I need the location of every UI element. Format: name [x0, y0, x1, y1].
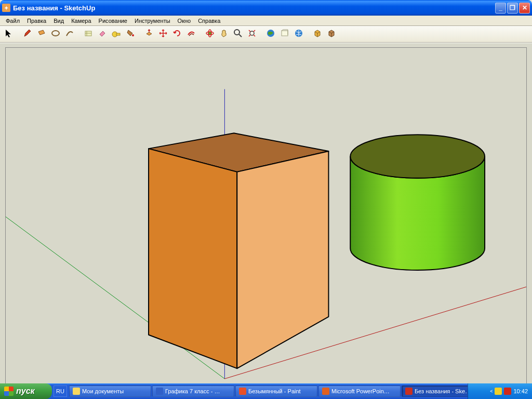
svg-rect-12	[282, 31, 288, 36]
svg-point-17	[350, 135, 485, 178]
tray-network-icon[interactable]	[495, 388, 502, 395]
select-tool[interactable]	[2, 28, 16, 41]
menubar: ФайлПравкаВидКамераРисованиеИнструментыО…	[0, 16, 532, 26]
rotate-icon	[172, 29, 182, 40]
task-powerpoint[interactable]: Microsoft PowerPoin…	[318, 385, 401, 397]
start-label: пуск	[16, 387, 35, 396]
models-icon	[280, 29, 289, 40]
pushpull-icon	[144, 29, 154, 40]
tape-icon	[112, 29, 121, 40]
paint-icon	[126, 29, 135, 40]
pencil-icon	[23, 29, 32, 40]
system-tray[interactable]: < 10:42	[468, 383, 532, 399]
tape-measure-tool[interactable]	[110, 28, 123, 41]
window-title: Без названия - SketchUp	[13, 4, 495, 12]
close-button[interactable]: ✕	[519, 3, 530, 14]
toolbar	[0, 26, 532, 43]
3d-scene	[6, 48, 526, 386]
paint-bucket-tool[interactable]	[124, 28, 137, 41]
menu-правка[interactable]: Правка	[23, 17, 50, 25]
push-pull-tool[interactable]	[142, 28, 156, 41]
offset-icon	[187, 29, 196, 40]
svg-point-8	[234, 30, 240, 35]
cursor-icon	[4, 29, 14, 40]
menu-камера[interactable]: Камера	[68, 17, 95, 25]
matbox-icon	[327, 29, 336, 40]
compbox-icon	[313, 29, 322, 40]
component-icon	[84, 29, 93, 40]
circle-tool[interactable]	[49, 28, 62, 41]
orbit-icon	[205, 29, 215, 40]
menu-вид[interactable]: Вид	[50, 17, 68, 25]
line-tool[interactable]	[21, 28, 34, 41]
make-component-tool[interactable]	[82, 28, 95, 41]
task-app-icon	[156, 388, 163, 395]
rotate-tool[interactable]	[170, 28, 184, 41]
task-app-icon	[239, 388, 246, 395]
zoom-icon	[233, 29, 243, 40]
task-label: Microsoft PowerPoin…	[331, 388, 390, 394]
task-paint[interactable]: Безымянный - Paint	[235, 385, 317, 397]
rect-icon	[37, 29, 46, 40]
zoom-tool[interactable]	[231, 28, 245, 41]
svg-line-9	[239, 34, 242, 37]
menu-окно[interactable]: Окно	[174, 17, 195, 25]
svg-marker-15	[149, 149, 237, 368]
zoomext-icon	[247, 29, 257, 40]
menu-файл[interactable]: Файл	[2, 17, 23, 25]
move-icon	[158, 29, 168, 40]
task-word[interactable]: Графика 7 класс - …	[152, 385, 234, 397]
task-app-icon	[405, 388, 413, 395]
menu-рисование[interactable]: Рисование	[95, 17, 131, 25]
pan-tool[interactable]	[217, 28, 231, 41]
zoom-extents-tool[interactable]	[245, 28, 259, 41]
share-icon	[294, 29, 303, 40]
task-documents[interactable]: Мои документы	[69, 385, 151, 397]
language-indicator[interactable]: RU	[54, 385, 67, 397]
task-label: Без названия - Ske…	[415, 388, 468, 394]
component-browser-tool[interactable]	[311, 28, 324, 41]
svg-point-5	[208, 32, 211, 35]
circle-icon	[51, 29, 60, 40]
offset-tool[interactable]	[184, 28, 198, 41]
task-app-icon	[322, 388, 329, 395]
arc-icon	[65, 29, 74, 40]
get-models-tool[interactable]	[278, 28, 291, 41]
clock[interactable]: 10:42	[513, 388, 528, 394]
task-label: Безымянный - Paint	[248, 388, 301, 394]
svg-marker-16	[237, 151, 328, 368]
task-label: Мои документы	[82, 388, 124, 394]
pan-icon	[219, 29, 229, 40]
task-sketchup[interactable]: Без названия - Ske…	[402, 385, 468, 397]
arc-tool[interactable]	[63, 28, 76, 41]
tray-arrow-icon[interactable]: <	[490, 389, 493, 394]
tray-av-icon[interactable]	[504, 388, 511, 395]
orange-box	[149, 133, 328, 368]
orbit-tool[interactable]	[203, 28, 217, 41]
eraser-icon	[98, 29, 107, 40]
materials-tool[interactable]	[325, 28, 338, 41]
menu-инструменты[interactable]: Инструменты	[131, 17, 174, 25]
app-icon: ✦	[2, 4, 10, 12]
view-icon	[266, 29, 275, 40]
maximize-button[interactable]: ❐	[507, 3, 518, 14]
menu-справка[interactable]: Справка	[194, 17, 224, 25]
svg-point-4	[132, 34, 134, 36]
task-app-icon	[73, 388, 80, 395]
task-label: Графика 7 класс - …	[165, 388, 220, 394]
svg-rect-3	[116, 33, 120, 35]
viewport[interactable]	[0, 43, 532, 391]
minimize-button[interactable]: _	[495, 3, 506, 14]
start-button[interactable]: пуск	[0, 383, 52, 399]
get-current-view-tool[interactable]	[264, 28, 277, 41]
titlebar: ✦ Без названия - SketchUp _ ❐ ✕	[0, 0, 532, 16]
green-cylinder	[350, 135, 485, 270]
move-tool[interactable]	[156, 28, 170, 41]
share-model-tool[interactable]	[292, 28, 305, 41]
svg-point-10	[250, 31, 254, 35]
rectangle-tool[interactable]	[35, 28, 48, 41]
eraser-tool[interactable]	[96, 28, 109, 41]
taskbar: пуск RU Мои документыГрафика 7 класс - ……	[0, 383, 532, 399]
svg-point-0	[52, 31, 59, 36]
